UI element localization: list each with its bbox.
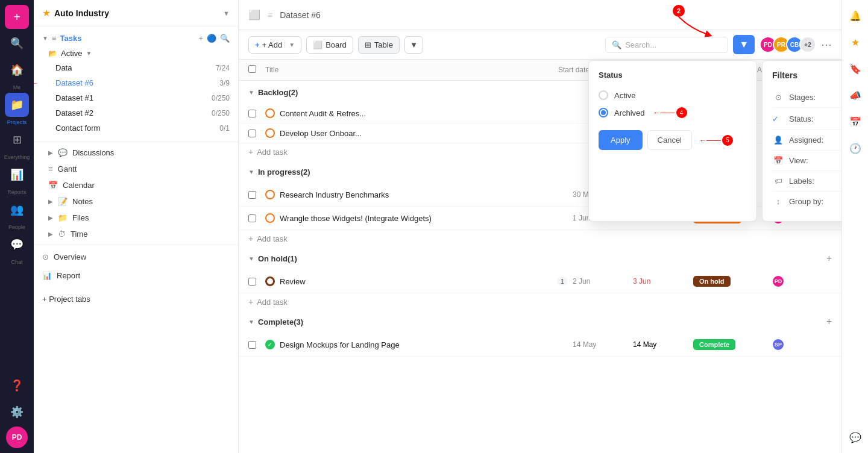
add-task-label: Add task	[257, 298, 288, 307]
dataset-2-row[interactable]: Dataset #2 0/250	[34, 105, 238, 120]
discussions-label: Discussions	[72, 148, 230, 157]
files-item[interactable]: ▶ 📁 Files	[34, 210, 238, 226]
on-hold-name: On hold(1)	[258, 254, 538, 263]
more-views-button[interactable]: ▼	[404, 36, 423, 54]
files-label: Files	[72, 213, 230, 222]
assigned-key: Assigned:	[789, 136, 841, 145]
board-icon: ⬜	[313, 40, 322, 49]
more-avatars-badge[interactable]: +2	[799, 36, 816, 53]
task-due: 14 May	[633, 340, 693, 349]
filter-labels-row[interactable]: 🏷 Labels: All ▼	[772, 171, 841, 192]
status-option-active[interactable]: Active	[599, 87, 747, 104]
on-hold-add-icon[interactable]: +	[826, 253, 832, 264]
folder-icon: 📂	[48, 49, 57, 58]
dataset-1-row[interactable]: Dataset #1 0/250	[34, 90, 238, 105]
bookmark-icon[interactable]: 🔖	[844, 58, 866, 80]
notes-label: Notes	[72, 197, 230, 206]
board-view-button[interactable]: ⬜ Board	[306, 36, 353, 54]
dataset-6-row[interactable]: Dataset #6 3/9 1 ←	[34, 75, 238, 90]
active-radio[interactable]	[599, 90, 608, 100]
filter-groupby-row[interactable]: ↕ Group by: Stage ▼	[772, 192, 841, 211]
dataset-2-label: Dataset #2	[55, 108, 212, 117]
new-item-button[interactable]: +	[5, 5, 29, 29]
complete-name: Complete(3)	[258, 317, 538, 326]
filter-stages-row[interactable]: ⊙ Stages: All ▼	[772, 87, 841, 108]
group-on-hold[interactable]: ▼ On hold(1) +	[239, 247, 841, 270]
contact-form-label: Contact form	[55, 123, 219, 133]
add-task-in-progress[interactable]: + Add task	[239, 230, 841, 247]
task-row[interactable]: ✓ Design Mockups for Landing Page 14 May…	[239, 333, 841, 357]
search-icon[interactable]: 🔍	[5, 31, 29, 55]
notes-item[interactable]: ▶ 📝 Notes	[34, 193, 238, 210]
search-input[interactable]	[625, 40, 722, 49]
table-view-button[interactable]: ⊞ Table	[358, 36, 400, 54]
overview-item[interactable]: ⊙ Overview	[34, 248, 238, 266]
right-icon-bar: 🔔 ★ 🔖 📣 📅 🕐 💬	[841, 0, 868, 453]
annotation-1: 1 ←	[34, 78, 39, 89]
add-task-on-hold[interactable]: + Add task	[239, 293, 841, 310]
task-start: 14 May	[573, 340, 633, 349]
clock-icon[interactable]: 🕐	[844, 137, 866, 159]
discussions-item[interactable]: ▶ 💬 Discussions	[34, 145, 238, 161]
home-icon[interactable]: 🏠	[5, 58, 29, 82]
contact-form-count: 0/1	[219, 124, 230, 133]
discussions-toggle: ▶	[48, 149, 53, 156]
filter-status-row[interactable]: ✓ Status: Active ←—— 3 ▼	[772, 108, 841, 130]
discussions-icon: 💬	[58, 148, 68, 157]
chat-icon[interactable]: 💬	[5, 233, 29, 257]
dataset-data-row[interactable]: Data 7/24	[34, 60, 238, 75]
complete-add-icon[interactable]: +	[826, 316, 832, 327]
chat-bubble-icon[interactable]: 💬	[844, 426, 866, 448]
report-item[interactable]: 📊 Report	[34, 266, 238, 285]
view-icon: 📅	[772, 156, 784, 165]
star-right-icon[interactable]: ★	[844, 31, 866, 53]
bell-icon[interactable]: 🔔	[844, 5, 866, 27]
task-checkbox[interactable]	[248, 191, 256, 199]
filter-view-row[interactable]: 📅 View: Start: Any, Due: Any ▼	[772, 151, 841, 171]
calendar-item[interactable]: 📅 Calendar	[34, 177, 238, 193]
notes-icon: 📝	[58, 197, 68, 206]
select-all-checkbox[interactable]	[248, 65, 256, 73]
everything-icon[interactable]: ⊞	[5, 128, 29, 152]
contact-form-row[interactable]: Contact form 0/1	[34, 120, 238, 136]
cancel-button[interactable]: Cancel	[647, 130, 692, 150]
task-checkbox[interactable]	[248, 110, 256, 117]
task-checkbox[interactable]	[248, 214, 256, 222]
report-label: Report	[57, 271, 80, 280]
gantt-item[interactable]: ≡ Gantt	[34, 161, 238, 177]
group-complete[interactable]: ▼ Complete(3) +	[239, 310, 841, 333]
more-options-button[interactable]: ⋯	[821, 38, 832, 51]
calendar-right-icon[interactable]: 📅	[844, 111, 866, 133]
add-button[interactable]: + + Add ▼	[248, 36, 301, 54]
dataset-1-label: Dataset #1	[55, 93, 212, 102]
view-toggle-icon[interactable]: ⬜	[248, 9, 260, 20]
search-task-icon[interactable]: 🔍	[220, 34, 230, 43]
people-icon[interactable]: 👥	[5, 198, 29, 222]
add-task-icon[interactable]: +	[198, 34, 203, 43]
task-checkbox[interactable]	[248, 278, 256, 286]
time-item[interactable]: ▶ ⏱ Time	[34, 226, 238, 242]
groupby-icon: ↕	[772, 197, 784, 206]
filter-task-icon[interactable]: 🔵	[207, 34, 216, 43]
archived-radio[interactable]	[599, 108, 608, 117]
project-tabs-item[interactable]: + Project tabs	[34, 290, 238, 308]
project-header[interactable]: ★ Auto Industry ▼	[34, 0, 238, 27]
tasks-row[interactable]: ▼ ≡ Tasks + 🔵 🔍	[34, 30, 238, 46]
apply-button[interactable]: Apply	[599, 130, 643, 150]
active-row[interactable]: 📂 Active ▼	[34, 46, 238, 60]
filter-button[interactable]: ▼	[733, 35, 755, 54]
reports-icon[interactable]: 📊	[5, 163, 29, 187]
projects-icon[interactable]: 📁	[5, 93, 29, 117]
task-checkbox[interactable]	[248, 130, 256, 137]
everything-label: Everything	[4, 154, 30, 160]
status-option-archived[interactable]: Archived ←—— 4	[599, 104, 747, 122]
user-avatar[interactable]: PD	[6, 426, 28, 448]
add-task-icon: +	[248, 234, 253, 243]
task-checkbox[interactable]	[248, 341, 256, 349]
add-dropdown-icon[interactable]: ▼	[285, 42, 295, 48]
megaphone-icon[interactable]: 📣	[844, 84, 866, 106]
settings-icon[interactable]: ⚙️	[5, 400, 29, 424]
help-icon[interactable]: ❓	[5, 373, 29, 398]
filter-assigned-row[interactable]: 👤 Assigned: All assigned, Unassigned ▼	[772, 130, 841, 151]
task-row[interactable]: Review 1 2 Jun 3 Jun On hold PD	[239, 270, 841, 293]
